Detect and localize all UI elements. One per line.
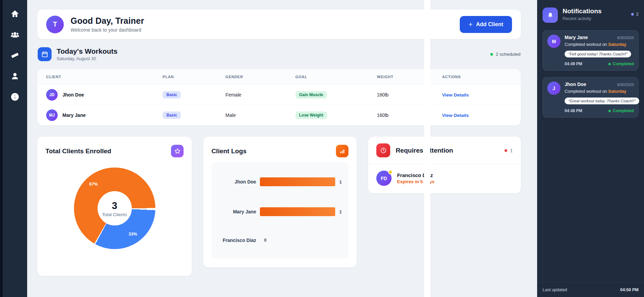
add-client-button[interactable]: + Add Client bbox=[460, 16, 512, 33]
page-subtitle: Welcome back to your dashboard bbox=[71, 27, 144, 33]
green-dot-icon bbox=[608, 110, 611, 112]
attention-list-item[interactable]: FD Francisco Diaz Expires in 5 days bbox=[368, 164, 521, 193]
notification-name: Mary Jane bbox=[565, 35, 588, 40]
total-clients-card: Total Clients Enrolled 67% 33% 3 Total C… bbox=[37, 136, 192, 276]
bell-icon bbox=[543, 7, 558, 23]
view-details-link[interactable]: View Details bbox=[442, 92, 469, 98]
table-row: JD Jhon Doe Basic Female Gain Muscle 180… bbox=[37, 85, 521, 105]
notification-time: 04:48 PM bbox=[565, 108, 582, 113]
notifications-title: Notifications bbox=[563, 7, 602, 15]
client-logs-title: Client Logs bbox=[211, 147, 246, 155]
trainer-avatar: T bbox=[46, 16, 64, 33]
workouts-table: CLIENT PLAN GENDER GOAL WEIGHT ACTIONS J… bbox=[37, 69, 521, 126]
donut-label-orange: 67% bbox=[89, 182, 98, 187]
weight-value: 180lb bbox=[377, 92, 442, 98]
purple-dot-icon bbox=[631, 13, 634, 16]
section-title: Today's Workouts bbox=[57, 47, 117, 55]
requires-attention-card: Requires Attention 1 FD Francisco Diaz E… bbox=[368, 136, 521, 194]
avatar-initials: FD bbox=[381, 176, 387, 181]
log-row: Francisco Diaz 0 bbox=[218, 238, 342, 243]
users-icon bbox=[11, 30, 19, 40]
log-bar bbox=[260, 177, 335, 186]
notification-status: Completed bbox=[608, 108, 634, 113]
notifications-count-badge: 2 bbox=[631, 7, 639, 17]
sidebar-item-clients[interactable] bbox=[10, 30, 20, 40]
weight-value: 160lb bbox=[377, 112, 442, 118]
red-dot-icon bbox=[505, 149, 507, 152]
goal-badge: Gain Muscle bbox=[296, 91, 327, 99]
notification-day: Saturday bbox=[608, 89, 627, 94]
notification-message: Completed workout on Saturday bbox=[565, 42, 634, 47]
left-sidebar bbox=[0, 0, 27, 297]
attention-count-badge: 1 bbox=[505, 148, 513, 153]
notification-time: 04:49 PM bbox=[565, 62, 582, 66]
log-value: 0 bbox=[264, 238, 266, 243]
clients-donut-chart: 67% 33% 3 Total Clients bbox=[74, 168, 155, 249]
view-details-link[interactable]: View Details bbox=[442, 113, 469, 118]
donut-label-blue: 33% bbox=[129, 232, 137, 237]
app-root: T Good Day, Trainer Welcome back to your… bbox=[0, 0, 644, 297]
sidebar-item-profile[interactable] bbox=[10, 72, 20, 82]
info-icon bbox=[11, 92, 19, 103]
col-client: CLIENT bbox=[46, 75, 163, 79]
log-value: 1 bbox=[339, 209, 342, 214]
client-name: Jhon Doe bbox=[62, 92, 84, 98]
total-clients-title: Total Clients Enrolled bbox=[45, 147, 111, 155]
notification-avatar: J bbox=[547, 82, 561, 95]
notification-name: Jhon Doe bbox=[565, 82, 586, 87]
bar-chart-icon bbox=[336, 145, 348, 157]
plan-badge: Basic bbox=[163, 91, 181, 99]
table-header-row: CLIENT PLAN GENDER GOAL WEIGHT ACTIONS bbox=[37, 69, 521, 85]
notification-date: 8/30/2025 bbox=[617, 83, 634, 87]
col-actions: ACTIONS bbox=[442, 75, 512, 79]
greeting-text: Good Day, Trainer Welcome back to your d… bbox=[71, 16, 144, 33]
attention-count: 1 bbox=[510, 148, 513, 153]
page-title: Good Day, Trainer bbox=[71, 16, 144, 26]
client-logs-chart: Jhon Doe 1 Mary Jane 1 Francisco Diaz 0 bbox=[211, 162, 348, 258]
stats-cards-row: Total Clients Enrolled 67% 33% 3 Total C… bbox=[37, 136, 521, 276]
notification-status: Completed bbox=[608, 62, 634, 66]
sidebar-item-home[interactable] bbox=[10, 10, 20, 20]
notification-avatar: M bbox=[547, 35, 561, 48]
section-date: Saturday, August 30 bbox=[57, 56, 117, 61]
plus-icon: + bbox=[469, 21, 473, 28]
last-updated-time: 04:50 PM bbox=[620, 287, 639, 292]
goal-badge: Lose Weight bbox=[296, 111, 327, 119]
notifications-count: 2 bbox=[636, 12, 639, 17]
log-row: Jhon Doe 1 bbox=[218, 177, 342, 186]
log-bar bbox=[260, 207, 335, 216]
log-label: Jhon Doe bbox=[218, 179, 256, 185]
total-clients-label: Total Clients bbox=[102, 212, 127, 217]
notifications-subtitle: Recent activity bbox=[563, 16, 602, 21]
client-name: Mary Jane bbox=[62, 112, 86, 118]
notification-quote: "Great workout today. Thanks Coach!!" bbox=[565, 98, 639, 104]
log-label: Francisco Diaz bbox=[218, 238, 256, 243]
total-clients-value: 3 bbox=[112, 200, 117, 211]
notifications-titles: Notifications Recent activity bbox=[563, 7, 602, 21]
gender-value: Female bbox=[226, 92, 296, 98]
home-icon bbox=[11, 10, 19, 20]
sidebar-item-measurements[interactable] bbox=[10, 51, 20, 61]
green-dot-icon bbox=[608, 63, 611, 65]
notification-item[interactable]: J Jhon Doe 8/30/2025 Completed workout o… bbox=[543, 77, 639, 118]
notification-item[interactable]: M Mary Jane 8/30/2025 Completed workout … bbox=[543, 30, 639, 71]
notifications-footer: Last updated 04:50 PM bbox=[537, 282, 644, 297]
client-cell: JD Jhon Doe bbox=[46, 89, 163, 101]
scrollbar-track[interactable] bbox=[424, 0, 430, 297]
log-label: Mary Jane bbox=[218, 209, 256, 214]
col-weight: WEIGHT bbox=[377, 75, 442, 79]
sidebar-item-info[interactable] bbox=[10, 92, 20, 103]
plan-badge: Basic bbox=[163, 111, 181, 119]
clock-icon bbox=[376, 143, 390, 157]
warning-dot-icon bbox=[388, 170, 393, 174]
green-dot-icon bbox=[490, 53, 493, 56]
gender-value: Male bbox=[226, 112, 296, 118]
client-cell: MJ Mary Jane bbox=[46, 109, 163, 121]
add-client-label: Add Client bbox=[476, 21, 503, 28]
notification-day: Saturday bbox=[608, 42, 627, 47]
client-avatar: FD bbox=[376, 171, 392, 186]
notification-quote: "Felt good today! Thanks Coach!!" bbox=[565, 51, 631, 57]
client-avatar: JD bbox=[46, 89, 58, 101]
scheduled-badge: 2 scheduled bbox=[490, 52, 520, 57]
donut-center: 3 Total Clients bbox=[97, 191, 132, 226]
